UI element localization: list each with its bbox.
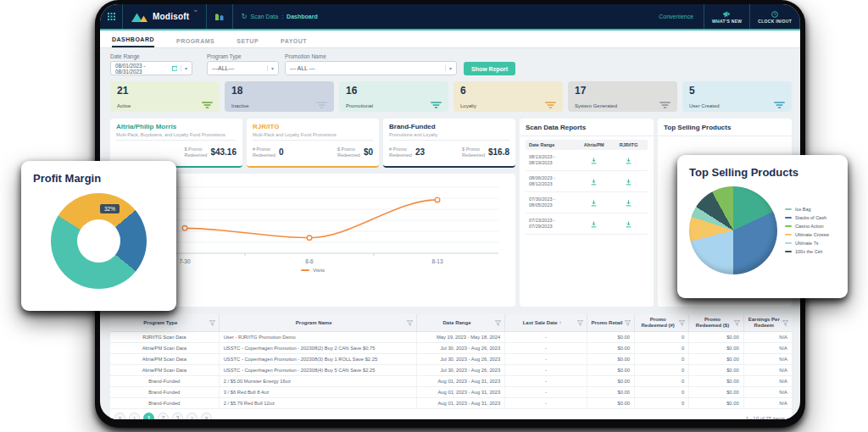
pagination-page-3[interactable]: 3: [172, 413, 183, 419]
table-row[interactable]: RJR/ITG Scan DataUser - RJR/ITG Promotio…: [110, 332, 792, 343]
download-rjr-itg[interactable]: [611, 174, 646, 189]
column-filter-icon[interactable]: [625, 320, 631, 326]
column-filter-icon[interactable]: [209, 320, 215, 326]
pagination-last-button[interactable]: »: [201, 413, 212, 419]
table-cell: Brand-Funded: [110, 387, 220, 397]
funnel-filter-icon[interactable]: [431, 102, 442, 109]
table-row[interactable]: Brand-Funded2 / $5.00 Monster Energy 16o…: [110, 376, 792, 387]
column-label: Program Name: [223, 320, 405, 326]
brand-logo[interactable]: Modisoft ™: [123, 4, 206, 29]
funnel-filter-icon[interactable]: [774, 102, 785, 109]
column-header-earnings-per-redeem[interactable]: Earnings Per Redeem: [744, 314, 792, 331]
table-row[interactable]: Altria/PM Scan DataUSSTC - Copenhagen Pr…: [110, 354, 792, 365]
table-cell: -: [505, 343, 587, 353]
pagination-prev-button[interactable]: ‹: [129, 413, 140, 419]
stat-card-system-generated[interactable]: 17 System Generated: [568, 81, 677, 112]
report-date-range: 08/06/2023 -08/12/2023: [527, 175, 576, 187]
stat-card-inactive[interactable]: 18 Inactive: [225, 81, 334, 112]
column-filter-icon[interactable]: [734, 320, 740, 326]
column-filter-icon[interactable]: [782, 320, 788, 326]
legend-item-100x-the-csh[interactable]: 100x the Csh: [785, 249, 829, 254]
svg-text:8-13: 8-13: [431, 258, 442, 264]
whats-new-button[interactable]: WHAT'S NEW: [704, 4, 749, 29]
legend-swatch: [785, 242, 792, 244]
download-icon[interactable]: [626, 221, 632, 228]
stat-value: 18: [231, 85, 327, 97]
download-altria-pm[interactable]: [576, 152, 611, 168]
table-row[interactable]: Brand-Funded2 / $5.79 Red Bull 12ozAug 0…: [110, 398, 792, 409]
download-icon[interactable]: [591, 179, 597, 186]
pagination-page-2[interactable]: 2: [158, 413, 169, 419]
top-selling-pie-chart[interactable]: [689, 186, 777, 274]
promo-card-brand-funded[interactable]: Brand-Funded Promotions and Loyalty # Pr…: [383, 119, 515, 168]
column-filter-icon[interactable]: [495, 320, 501, 326]
stat-card-loyalty[interactable]: 6 Loyalty: [453, 81, 563, 112]
promotion-name-select[interactable]: --- ALL --- ▾: [285, 61, 457, 75]
funnel-filter-icon[interactable]: [545, 102, 556, 109]
column-header-date-range[interactable]: Date Range: [417, 314, 506, 331]
download-icon[interactable]: [591, 158, 597, 164]
date-range-input[interactable]: 08/01/2023 - 08/31/2023 ▾: [110, 61, 192, 75]
pagination-first-button[interactable]: «: [114, 413, 125, 419]
promo-stat-value: $16.8: [488, 147, 509, 157]
sort-ascending-icon[interactable]: ↑: [559, 320, 561, 325]
download-icon[interactable]: [591, 200, 597, 207]
legend-item-casino-action[interactable]: Casino Action: [785, 224, 829, 229]
download-rjr-itg[interactable]: [611, 152, 646, 168]
download-rjr-itg[interactable]: [611, 216, 646, 231]
show-report-button[interactable]: Show Report: [464, 62, 515, 75]
top-selling-overlay-card: Top Selling Products Ice Bag Stacks of C…: [677, 155, 848, 298]
tab-setup[interactable]: SETUP: [236, 38, 259, 47]
column-header-last-sale-date[interactable]: Last Sale Date ↑: [505, 314, 587, 331]
tab-programs[interactable]: PROGRAMS: [176, 38, 214, 47]
stat-card-user-created[interactable]: 5 User Created: [682, 81, 792, 112]
legend-item-stacks-of-cash[interactable]: Stacks of Cash: [785, 215, 829, 220]
download-icon[interactable]: [591, 221, 597, 228]
column-filter-icon[interactable]: [679, 320, 685, 326]
promo-stat-value: 23: [415, 147, 425, 157]
download-altria-pm[interactable]: [576, 216, 611, 231]
apps-grid-icon[interactable]: [100, 4, 122, 29]
funnel-filter-icon[interactable]: [316, 102, 327, 109]
column-header-promo-redeemed[interactable]: Promo Redeemed (#): [635, 314, 689, 331]
programs-table-card: Program Type Program Name Date Range Las…: [110, 314, 792, 419]
download-rjr-itg[interactable]: [611, 195, 646, 210]
legend-item-ultimate-7s[interactable]: Ultimate 7s: [785, 241, 829, 246]
store-name[interactable]: Convenience: [659, 14, 693, 19]
column-header-promo-redeemed[interactable]: Promo Redeemed ($): [689, 314, 743, 331]
clock-in-out-button[interactable]: CLOCK IN/OUT: [749, 4, 800, 29]
table-row[interactable]: Brand-Funded3 / $6 Red Bull 8.4ozAug 01,…: [110, 387, 792, 398]
profit-margin-donut-chart[interactable]: [51, 193, 147, 289]
column-filter-icon[interactable]: [577, 320, 583, 326]
mountains-icon: [131, 12, 148, 22]
tab-payout[interactable]: PAYOUT: [281, 38, 307, 47]
table-cell: -: [505, 398, 587, 408]
download-icon[interactable]: [626, 179, 632, 186]
program-type-select[interactable]: ---ALL--- ▾: [207, 61, 279, 75]
pagination-page-1[interactable]: 1: [143, 413, 154, 419]
download-icon[interactable]: [626, 158, 632, 164]
scan-reports-header: Date Range Altria/PM RJR/ITG: [526, 140, 648, 150]
scan-report-row: 07/30/2023 -08/05/2023: [526, 192, 648, 213]
download-altria-pm[interactable]: [576, 195, 611, 210]
stat-card-promotional[interactable]: 16 Promotional: [339, 81, 448, 112]
stat-card-active[interactable]: 21 Active: [110, 81, 220, 112]
download-icon[interactable]: [626, 200, 632, 207]
table-row[interactable]: Altria/PM Scan DataUSSTC - Copenhagen Pr…: [110, 343, 792, 354]
pagination-next-button[interactable]: ›: [186, 413, 198, 419]
column-header-promo-retail[interactable]: Promo Retail: [587, 314, 635, 331]
funnel-filter-icon[interactable]: [659, 102, 670, 109]
pagination-bar: «‹123›» 1 - 10 of 25 items: [110, 409, 792, 419]
column-header-program-type[interactable]: Program Type: [110, 314, 220, 331]
table-row[interactable]: Altria/PM Scan DataUSSTC - Copenhagen Pr…: [110, 365, 792, 376]
funnel-filter-icon[interactable]: [202, 102, 213, 109]
secondary-logo-icon[interactable]: [207, 4, 232, 29]
column-header-program-name[interactable]: Program Name: [220, 314, 417, 331]
legend-item-ice-bag[interactable]: Ice Bag: [785, 207, 829, 212]
download-altria-pm[interactable]: [576, 174, 611, 189]
legend-item-ultimate-crossw[interactable]: Ultimate Crossw: [785, 232, 829, 237]
column-filter-icon[interactable]: [407, 320, 413, 326]
program-type-value: ---ALL---: [212, 65, 234, 71]
promo-card-rjr-itg[interactable]: RJR/ITG Multi-Pack and Loyalty Fund Prom…: [247, 119, 379, 168]
tab-dashboard[interactable]: DASHBOARD: [112, 36, 154, 47]
